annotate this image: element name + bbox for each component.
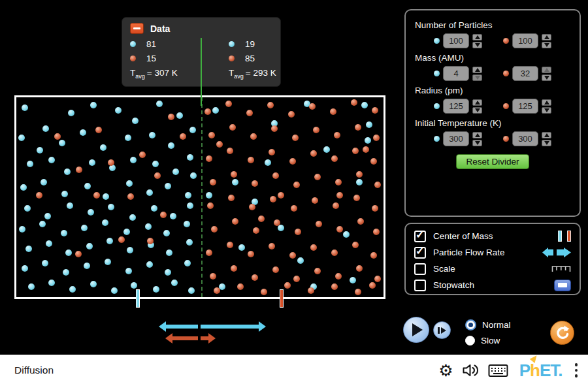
play-icon [412,323,423,336]
reset-all-button[interactable] [550,321,574,345]
step-icon [438,327,440,334]
sound-button[interactable] [462,363,480,378]
arrow-down-icon [544,108,549,112]
status-bar: Diffusion ⚙ PhET. [0,355,588,386]
cyan-radius-value[interactable]: 125 [443,99,469,114]
radius-label: Radius (pm) [415,86,580,95]
cyan-particles-up-button[interactable] [472,34,482,40]
cyan-temperature-down-button[interactable] [472,140,482,146]
particle-container [14,95,385,299]
left-avg-temperature: Tavg= 307 K [130,68,201,80]
reset-divider-button[interactable]: Reset Divider [456,154,529,169]
right-orange-count: 85 [245,54,255,63]
data-right-chamber: 19 85 Tavg= 293 K [201,37,280,80]
orange-particle-icon [503,71,509,76]
arrow-up-icon [544,68,549,72]
cyan-mass-value[interactable]: 4 [443,66,469,81]
arrow-up-icon [475,68,480,72]
cyan-mass-up-button[interactable] [472,67,482,73]
speed-option-normal[interactable]: Normal [465,317,511,332]
mass-label: Mass (AMU) [415,53,580,63]
cyan-radius-down-button[interactable] [472,107,482,114]
orange-particles-value[interactable]: 100 [512,33,538,48]
orange-temperature-up-button[interactable] [542,132,551,138]
stopwatch-label: Stopwatch [433,280,554,290]
settings-button[interactable]: ⚙ [438,362,453,379]
stopwatch-checkbox[interactable] [414,280,426,291]
cyan-radius-up-button[interactable] [472,99,482,106]
menu-button[interactable] [572,363,581,378]
data-collapse-button[interactable] [130,23,144,34]
orange-mass-up-button[interactable] [542,67,551,73]
orange-radius-value[interactable]: 125 [512,99,538,114]
flow-rate-icon [542,248,571,258]
cyan-particle-icon [434,38,440,44]
orange-particle-icon [130,56,136,61]
radio-normal-label: Normal [482,320,511,330]
tools-panel: Center of Mass Particle Flow Rate Scale … [404,223,581,295]
keyboard-shortcuts-button[interactable] [488,363,508,378]
orange-particle-icon [503,103,509,109]
particle-flow-rate-checkbox[interactable] [414,247,426,259]
speed-radio-group: Normal Slow [465,317,511,348]
cyan-particle-icon [434,71,440,76]
speed-option-slow[interactable]: Slow [465,332,511,348]
orange-radius-up-button[interactable] [542,99,551,106]
kebab-menu-icon [575,363,578,366]
arrow-down-icon [475,76,480,80]
orange-particle-icon [503,136,509,142]
sim-title: Diffusion [14,364,54,376]
particle-settings-panel: Number of Particles 100 100 Mass (AMU) 4 [404,9,581,217]
cyan-particles-value[interactable]: 100 [443,33,469,48]
initial-temperature-label: Initial Temperature (K) [415,118,580,128]
data-panel-title: Data [150,24,170,34]
play-button[interactable] [403,317,429,343]
scale-checkbox[interactable] [414,263,426,275]
right-avg-temperature: Tavg= 293 K [229,68,280,80]
center-of-mass-checkbox[interactable] [414,231,426,242]
orange-mass-value[interactable]: 32 [512,66,538,81]
step-forward-button[interactable] [433,321,451,339]
keyboard-icon [488,363,508,378]
reset-icon [554,325,571,342]
arrow-down-icon [475,43,480,47]
minus-icon [133,27,140,29]
radio-slow-label: Slow [481,336,500,346]
center-of-mass-label: Center of Mass [433,231,558,241]
orange-temperature-value[interactable]: 300 [512,131,538,146]
cyan-mass-down-button[interactable] [472,74,482,81]
left-cyan-count: 81 [146,39,156,49]
radio-normal[interactable] [465,319,476,330]
arrow-up-icon [475,101,480,105]
orange-particles-down-button[interactable] [542,42,551,48]
arrow-down-icon [544,141,549,145]
orange-particle-icon [503,38,509,44]
arrow-down-icon [544,76,549,80]
arrow-down-icon [544,43,549,47]
orange-mass-down-button[interactable] [542,74,551,81]
cyan-temperature-up-button[interactable] [472,132,482,138]
orange-particle-icon [229,56,235,61]
particle-flow-rate-label: Particle Flow Rate [433,248,542,257]
step-icon [441,327,446,334]
orange-particles-up-button[interactable] [542,34,551,40]
cyan-particles-down-button[interactable] [472,42,482,48]
cyan-temperature-value[interactable]: 300 [443,131,469,146]
particle-flow-rate-row: Particle Flow Rate [414,244,571,261]
orange-radius-down-button[interactable] [542,107,551,114]
data-panel: Data 81 15 Tavg= 307 K 19 85 Tavg= 293 K [122,17,281,87]
arrow-up-icon [544,35,549,39]
center-of-mass-marker-cyan [136,289,140,308]
arrow-up-icon [475,133,480,137]
phet-logo: PhET. [519,361,563,381]
radio-slow[interactable] [465,336,475,346]
stopwatch-row: Stopwatch [414,277,571,293]
orange-temperature-down-button[interactable] [542,140,551,146]
simulation-stage: Data 81 15 Tavg= 307 K 19 85 Tavg= 293 K… [0,0,588,386]
center-of-mass-marker-orange [280,289,284,308]
center-of-mass-row: Center of Mass [414,228,571,244]
arrow-up-icon [544,133,549,137]
arrow-up-icon [544,101,549,105]
stopwatch-icon [554,280,571,291]
scale-icon [551,265,571,273]
